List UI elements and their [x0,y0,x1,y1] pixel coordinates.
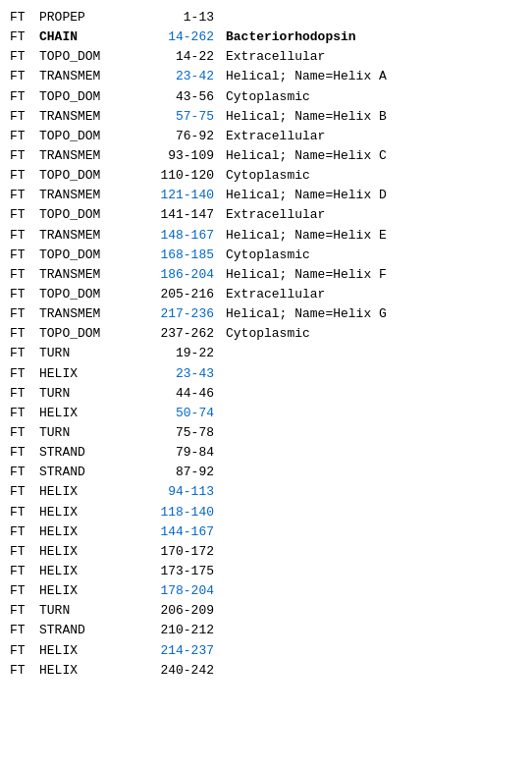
col-range: 210-212 [137,621,226,640]
col-ft: FT [10,562,39,581]
col-desc: Extracellular [226,285,325,304]
col-desc: Cytoplasmic [226,246,310,265]
table-row: FTTOPO_DOM110-120Cytoplasmic [10,166,522,186]
col-type: HELIX [39,542,137,562]
col-ft: FT [10,621,39,640]
col-desc: Extracellular [226,47,325,67]
col-type: TOPO_DOM [39,246,137,265]
table-row: FTHELIX118-140 [10,503,522,522]
col-type: TOPO_DOM [39,127,137,146]
table-row: FTTURN206-209 [10,601,522,621]
col-type: TOPO_DOM [39,205,137,225]
col-desc: Helical; Name=Helix E [226,226,387,246]
table-row: FTTRANSMEM57-75Helical; Name=Helix B [10,107,522,127]
table-row: FTHELIX144-167 [10,522,522,542]
col-range: 23-43 [137,364,226,384]
col-range: 19-22 [137,344,226,363]
col-type: TRANSMEM [39,186,137,205]
col-range: 173-175 [137,562,226,581]
col-type: TOPO_DOM [39,324,137,344]
table-row: FTSTRAND210-212 [10,621,522,640]
col-ft: FT [10,166,39,186]
table-row: FTTOPO_DOM43-56Cytoplasmic [10,87,522,107]
col-range: 168-185 [137,246,226,265]
col-range: 240-242 [137,661,226,681]
col-type: HELIX [39,482,137,502]
col-range: 75-78 [137,423,226,443]
col-type: TRANSMEM [39,67,137,86]
col-range: 44-46 [137,384,226,404]
col-range: 50-74 [137,404,226,423]
col-type: TRANSMEM [39,265,137,285]
col-range: 121-140 [137,186,226,205]
col-desc: Cytoplasmic [226,166,310,186]
col-range: 76-92 [137,127,226,146]
col-type: TRANSMEM [39,107,137,127]
col-type: TRANSMEM [39,146,137,166]
col-ft: FT [10,404,39,423]
col-range: 57-75 [137,107,226,127]
col-range: 43-56 [137,87,226,107]
col-ft: FT [10,581,39,601]
col-range: 148-167 [137,226,226,246]
col-type: TURN [39,423,137,443]
table-row: FTTOPO_DOM237-262Cytoplasmic [10,324,522,344]
table-row: FTTRANSMEM23-42Helical; Name=Helix A [10,67,522,86]
table-row: FTHELIX178-204 [10,581,522,601]
table-row: FTHELIX94-113 [10,482,522,502]
col-type: HELIX [39,522,137,542]
table-row: FTTURN75-78 [10,423,522,443]
col-type: STRAND [39,463,137,482]
col-type: HELIX [39,641,137,661]
table-row: FTTRANSMEM121-140Helical; Name=Helix D [10,186,522,205]
col-ft: FT [10,47,39,67]
col-type: STRAND [39,443,137,463]
col-range: 214-237 [137,641,226,661]
col-type: HELIX [39,503,137,522]
col-ft: FT [10,205,39,225]
col-desc: Helical; Name=Helix G [226,304,387,324]
col-type: HELIX [39,404,137,423]
table-row: FTTOPO_DOM205-216Extracellular [10,285,522,304]
col-range: 23-42 [137,67,226,86]
col-desc: Helical; Name=Helix C [226,146,387,166]
col-ft: FT [10,344,39,363]
col-ft: FT [10,107,39,127]
table-row: FTTRANSMEM186-204Helical; Name=Helix F [10,265,522,285]
col-ft: FT [10,285,39,304]
col-type: HELIX [39,581,137,601]
col-range: 1-13 [137,8,226,27]
col-ft: FT [10,542,39,562]
col-ft: FT [10,226,39,246]
col-range: 94-113 [137,482,226,502]
feature-table: FTPROPEP1-13FTCHAIN14-262Bacteriorhodops… [10,8,522,681]
col-type: TOPO_DOM [39,166,137,186]
col-ft: FT [10,246,39,265]
table-row: FTPROPEP1-13 [10,8,522,27]
col-type: TURN [39,384,137,404]
table-row: FTTOPO_DOM76-92Extracellular [10,127,522,146]
col-desc: Cytoplasmic [226,87,310,107]
col-range: 14-22 [137,47,226,67]
table-row: FTTRANSMEM148-167Helical; Name=Helix E [10,226,522,246]
col-type: HELIX [39,661,137,681]
col-type: HELIX [39,562,137,581]
col-range: 14-262 [137,27,226,47]
col-type: TOPO_DOM [39,47,137,67]
col-type: HELIX [39,364,137,384]
table-row: FTHELIX23-43 [10,364,522,384]
col-desc: Helical; Name=Helix D [226,186,387,205]
col-range: 205-216 [137,285,226,304]
col-range: 87-92 [137,463,226,482]
col-range: 217-236 [137,304,226,324]
col-range: 178-204 [137,581,226,601]
table-row: FTTURN19-22 [10,344,522,363]
col-ft: FT [10,8,39,27]
col-range: 186-204 [137,265,226,285]
col-type: TOPO_DOM [39,87,137,107]
col-range: 170-172 [137,542,226,562]
table-row: FTTOPO_DOM14-22Extracellular [10,47,522,67]
col-range: 93-109 [137,146,226,166]
col-desc: Helical; Name=Helix A [226,67,387,86]
col-ft: FT [10,661,39,681]
